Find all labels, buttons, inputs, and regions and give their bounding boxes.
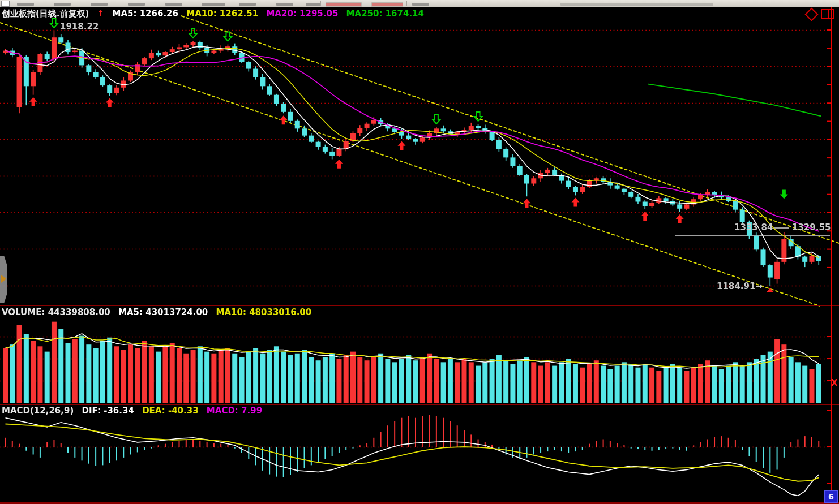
split-window-icon[interactable] bbox=[821, 9, 834, 19]
period-low-label: 1184.91→ bbox=[717, 281, 763, 291]
volume-ma5-value: MA5: 43013724.00 bbox=[118, 307, 208, 317]
panel-close-icon[interactable]: X bbox=[831, 378, 838, 388]
chart-canvas[interactable] bbox=[0, 0, 839, 504]
ma5-value: MA5: 1266.26 bbox=[112, 8, 178, 19]
ma20-value: MA20: 1295.05 bbox=[266, 8, 338, 19]
volume-value: VOLUME: 44339808.00 bbox=[2, 307, 110, 317]
hline-left-label: 1333.84 bbox=[734, 222, 773, 232]
period-high-label: 1918.22 bbox=[60, 21, 99, 32]
volume-header: VOLUME: 44339808.00 MA5: 43013724.00 MA1… bbox=[2, 307, 316, 317]
trend-up-arrow-icon: ↑ bbox=[97, 8, 105, 19]
macd-header: MACD(12,26,9) DIF: -36.34 DEA: -40.33 MA… bbox=[2, 406, 267, 416]
hline-label-dash bbox=[774, 227, 789, 229]
low-callout-arrow: → bbox=[755, 281, 763, 291]
macd-value: MACD: 7.99 bbox=[207, 406, 262, 416]
page-number-badge[interactable]: 6 bbox=[824, 490, 838, 503]
volume-ma10-value: MA10: 48033016.00 bbox=[216, 307, 312, 317]
trading-app-window: 创业板指(日线.前复权) ↑ MA5: 1266.26 MA10: 1262.5… bbox=[0, 0, 839, 504]
expand-right-icon bbox=[1, 275, 6, 283]
dea-value: DEA: -40.33 bbox=[142, 406, 198, 416]
dif-value: DIF: -36.34 bbox=[82, 406, 134, 416]
hline-right-label: 1329.55 bbox=[792, 222, 831, 232]
main-chart-header: 创业板指(日线.前复权) ↑ MA5: 1266.26 MA10: 1262.5… bbox=[2, 8, 429, 19]
sidebar-expander-handle[interactable] bbox=[0, 256, 7, 303]
ma10-value: MA10: 1262.51 bbox=[186, 8, 258, 19]
macd-title: MACD(12,26,9) bbox=[2, 406, 74, 416]
low-value: 1184.91 bbox=[717, 281, 755, 291]
symbol-title: 创业板指(日线.前复权) bbox=[2, 8, 89, 19]
ma250-value: MA250: 1674.14 bbox=[346, 8, 424, 19]
